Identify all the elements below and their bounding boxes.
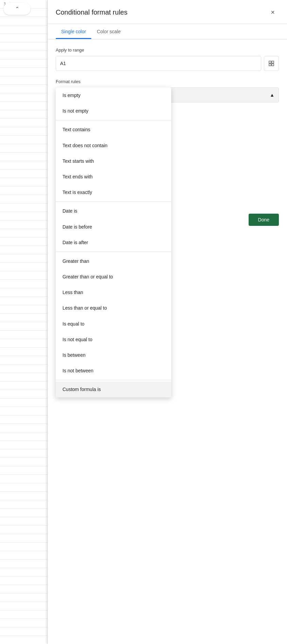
spreadsheet-row (0, 356, 48, 365)
spreadsheet-row (0, 136, 48, 144)
spreadsheet-row (0, 220, 48, 229)
spreadsheet-row (0, 170, 48, 178)
dropdown-item-text-ends-with[interactable]: Text ends with (56, 169, 171, 184)
spreadsheet-row (0, 322, 48, 331)
spreadsheet-row (0, 127, 48, 136)
dropdown-item-is-not-between[interactable]: Is not between (56, 363, 171, 378)
dropdown-item-is-not-equal-to[interactable]: Is not equal to (56, 332, 171, 347)
spreadsheet-row (0, 93, 48, 102)
spreadsheet-row (0, 187, 48, 195)
spreadsheet-row (0, 517, 48, 526)
spreadsheet-row (0, 449, 48, 458)
spreadsheet-row (0, 305, 48, 314)
spreadsheet-row (0, 610, 48, 619)
svg-rect-0 (269, 61, 271, 63)
spreadsheet-row (0, 382, 48, 390)
divider-1 (56, 120, 171, 120)
spreadsheet-row (0, 178, 48, 187)
spreadsheet-row (0, 373, 48, 382)
spreadsheet-row (0, 509, 48, 517)
spreadsheet-row (0, 543, 48, 551)
spreadsheet-row (0, 526, 48, 534)
panel-title: Conditional format rules (56, 8, 127, 16)
spreadsheet-row (0, 627, 48, 636)
spreadsheet-background: 1 (0, 0, 48, 644)
spreadsheet-row (0, 17, 48, 25)
dropdown-item-less-than-or-equal-to[interactable]: Less than or equal to (56, 300, 171, 316)
spreadsheet-row (0, 500, 48, 509)
dropdown-item-is-not-empty[interactable]: Is not empty (56, 103, 171, 119)
spreadsheet-row (0, 263, 48, 271)
spreadsheet-row (0, 492, 48, 500)
spreadsheet-row (0, 314, 48, 322)
dropdown-item-custom-formula-is[interactable]: Custom formula is (56, 382, 171, 397)
spreadsheet-row (0, 212, 48, 220)
spreadsheet-row (0, 407, 48, 415)
range-input[interactable] (56, 56, 261, 71)
spreadsheet-row (0, 195, 48, 203)
spreadsheet-row (0, 34, 48, 42)
spreadsheet-row (0, 203, 48, 212)
spreadsheet-row (0, 144, 48, 153)
spreadsheet-row (0, 348, 48, 356)
spreadsheet-row (0, 424, 48, 432)
spreadsheet-row (0, 577, 48, 585)
chevron-up-icon: ⌃ (15, 6, 19, 12)
spreadsheet-row (0, 466, 48, 475)
dropdown-item-text-contains[interactable]: Text contains (56, 122, 171, 137)
dropdown-item-date-is[interactable]: Date is (56, 203, 171, 219)
spreadsheet-row (0, 51, 48, 59)
dropdown-item-date-is-after[interactable]: Date is after (56, 235, 171, 250)
spreadsheet-row (0, 560, 48, 568)
spreadsheet-rows: 1 (0, 0, 48, 644)
spreadsheet-row (0, 237, 48, 246)
dropdown-item-text-does-not-contain[interactable]: Text does not contain (56, 138, 171, 153)
spreadsheet-row (0, 441, 48, 449)
spreadsheet-row (0, 297, 48, 305)
dropdown-item-text-is-exactly[interactable]: Text is exactly (56, 184, 171, 200)
select-range-button[interactable] (264, 56, 279, 71)
tab-color-scale[interactable]: Color scale (91, 24, 126, 39)
spreadsheet-row (0, 585, 48, 593)
spreadsheet-row (0, 458, 48, 466)
spreadsheet-row (0, 68, 48, 76)
format-rules-label: Format rules (56, 79, 279, 84)
close-icon: × (271, 8, 275, 16)
collapse-panel-button[interactable]: ⌃ (3, 3, 31, 15)
format-rules-dropdown-wrapper: Is not empty ▲ Is empty Is not empty Tex… (56, 87, 279, 102)
done-button[interactable]: Done (249, 214, 279, 226)
spreadsheet-row (0, 602, 48, 610)
spreadsheet-row (0, 42, 48, 51)
dropdown-item-is-empty[interactable]: Is empty (56, 87, 171, 103)
dropdown-item-greater-than[interactable]: Greater than (56, 253, 171, 269)
spreadsheet-row (0, 475, 48, 483)
dropdown-item-date-is-before[interactable]: Date is before (56, 219, 171, 235)
spreadsheet-row (0, 568, 48, 577)
spreadsheet-row (0, 280, 48, 288)
spreadsheet-row (0, 534, 48, 543)
format-rules-dropdown-menu: Is empty Is not empty Text contains Text… (56, 87, 171, 397)
spreadsheet-row (0, 254, 48, 263)
panel-content: Apply to range Format rules Is not empty… (48, 39, 287, 234)
tab-single-color[interactable]: Single color (56, 24, 91, 39)
dropdown-item-is-equal-to[interactable]: Is equal to (56, 316, 171, 332)
dropdown-item-is-between[interactable]: Is between (56, 347, 171, 363)
close-button[interactable]: × (267, 6, 279, 18)
spreadsheet-row (0, 153, 48, 161)
spreadsheet-row (0, 339, 48, 348)
spreadsheet-row (0, 59, 48, 68)
conditional-format-panel: Conditional format rules × Single color … (48, 0, 287, 644)
spreadsheet-row (0, 25, 48, 34)
spreadsheet-row (0, 119, 48, 127)
spreadsheet-row (0, 161, 48, 170)
svg-rect-1 (272, 61, 274, 63)
dropdown-item-greater-than-or-equal-to[interactable]: Greater than or equal to (56, 269, 171, 285)
spreadsheet-row (0, 432, 48, 441)
dropdown-item-text-starts-with[interactable]: Text starts with (56, 153, 171, 169)
svg-rect-2 (269, 64, 271, 66)
divider-4 (56, 380, 171, 380)
panel-header: Conditional format rules × (48, 0, 287, 24)
divider-3 (56, 252, 171, 252)
dropdown-item-less-than[interactable]: Less than (56, 285, 171, 300)
svg-rect-3 (272, 64, 274, 66)
